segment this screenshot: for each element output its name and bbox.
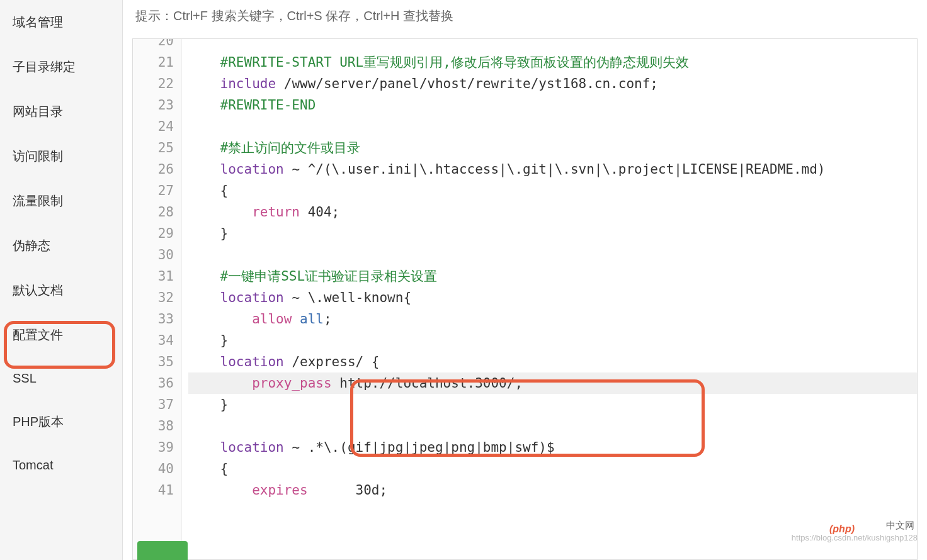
- code-line[interactable]: #REWRITE-END: [188, 94, 917, 116]
- sidebar-item-access[interactable]: 访问限制: [0, 134, 122, 179]
- code-line[interactable]: {: [188, 458, 917, 479]
- watermark-logo: (php): [829, 524, 855, 535]
- main-panel: 提示：Ctrl+F 搜索关键字，Ctrl+S 保存，Ctrl+H 查找替换 20…: [123, 0, 927, 560]
- code-line[interactable]: allow all;: [188, 308, 917, 330]
- gutter-line-number: 41: [133, 479, 174, 501]
- sidebar-item-php-version[interactable]: PHP版本: [0, 400, 122, 444]
- code-line[interactable]: }: [188, 394, 917, 415]
- gutter-line-number: 34: [133, 330, 174, 351]
- sidebar-item-rewrite[interactable]: 伪静态: [0, 223, 122, 268]
- code-line[interactable]: return 404;: [188, 201, 917, 223]
- gutter-line-number: 39: [133, 437, 174, 458]
- watermark-text: 中文网: [886, 520, 914, 532]
- code-line[interactable]: location ~ .*\.(gif|jpg|jpeg|png|bmp|swf…: [188, 437, 917, 458]
- sidebar-item-domain[interactable]: 域名管理: [0, 0, 122, 45]
- gutter-line-number: 21: [133, 52, 174, 73]
- gutter-line-number: 25: [133, 137, 174, 159]
- gutter-line-number: 36: [133, 372, 174, 394]
- gutter-line-number: 28: [133, 201, 174, 223]
- sidebar-item-traffic[interactable]: 流量限制: [0, 179, 122, 223]
- code-line[interactable]: [188, 244, 917, 266]
- code-line[interactable]: #REWRITE-START URL重写规则引用,修改后将导致面板设置的伪静态规…: [188, 52, 917, 73]
- code-line[interactable]: location /express/ {: [188, 351, 917, 372]
- gutter-line-number: 32: [133, 287, 174, 308]
- code-line[interactable]: }: [188, 330, 917, 351]
- gutter-line-number: 22: [133, 73, 174, 94]
- gutter-line-number: 23: [133, 94, 174, 116]
- sidebar-item-default-doc[interactable]: 默认文档: [0, 268, 122, 313]
- gutter-line-number: 38: [133, 415, 174, 437]
- code-line[interactable]: location ~ ^/(\.user.ini|\.htaccess|\.gi…: [188, 159, 917, 180]
- sidebar-item-tomcat[interactable]: Tomcat: [0, 444, 122, 486]
- code-line[interactable]: [188, 415, 917, 437]
- gutter-line-number: 29: [133, 223, 174, 244]
- gutter-line-number: 31: [133, 266, 174, 287]
- code-line[interactable]: [188, 116, 917, 137]
- editor-hint: 提示：Ctrl+F 搜索关键字，Ctrl+S 保存，Ctrl+H 查找替换: [123, 0, 927, 32]
- gutter-line-number: 35: [133, 351, 174, 372]
- code-line[interactable]: {: [188, 180, 917, 201]
- code-editor[interactable]: 2021222324252627282930313233343536373839…: [132, 38, 918, 560]
- sidebar-item-ssl[interactable]: SSL: [0, 357, 122, 400]
- sidebar-item-subdir[interactable]: 子目录绑定: [0, 45, 122, 89]
- editor-gutter: 2021222324252627282930313233343536373839…: [133, 39, 182, 559]
- editor-code-area[interactable]: #REWRITE-START URL重写规则引用,修改后将导致面板设置的伪静态规…: [182, 39, 917, 559]
- code-line[interactable]: #禁止访问的文件或目录: [188, 137, 917, 159]
- code-line[interactable]: proxy_pass http://localhost:3000/;: [188, 372, 917, 394]
- sidebar-item-sitedir[interactable]: 网站目录: [0, 89, 122, 134]
- save-button[interactable]: [137, 541, 188, 560]
- code-line[interactable]: }: [188, 223, 917, 244]
- code-line[interactable]: [188, 39, 917, 52]
- gutter-line-number: 37: [133, 394, 174, 415]
- code-line[interactable]: #一键申请SSL证书验证目录相关设置: [188, 266, 917, 287]
- code-line[interactable]: expires 30d;: [188, 479, 917, 501]
- gutter-line-number: 26: [133, 159, 174, 180]
- gutter-line-number: 40: [133, 458, 174, 479]
- code-line[interactable]: include /www/server/panel/vhost/rewrite/…: [188, 73, 917, 94]
- code-line[interactable]: location ~ \.well-known{: [188, 287, 917, 308]
- gutter-line-number: 30: [133, 244, 174, 266]
- gutter-line-number: 33: [133, 308, 174, 330]
- gutter-line-number: 27: [133, 180, 174, 201]
- gutter-line-number: 24: [133, 116, 174, 137]
- settings-sidebar: 域名管理 子目录绑定 网站目录 访问限制 流量限制 伪静态 默认文档 配置文件 …: [0, 0, 123, 560]
- sidebar-item-config-file[interactable]: 配置文件: [0, 313, 122, 357]
- gutter-line-number: 20: [133, 39, 174, 52]
